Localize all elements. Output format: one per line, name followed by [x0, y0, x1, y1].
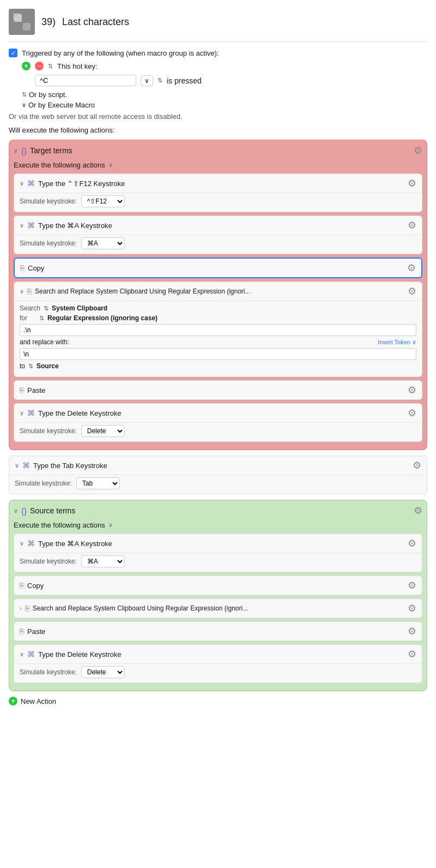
- source-delete-chevron[interactable]: ∨: [20, 651, 24, 658]
- tab-keystroke-left: ∨ ⌘ Type the Tab Keystroke: [15, 461, 107, 470]
- action-card-paste-1-left: ⎘ Paste: [20, 386, 45, 394]
- page: 39) Last characters ✓ Triggered by any o…: [0, 0, 436, 868]
- source-cmd-a-label: Type the ⌘A Keystroke: [38, 540, 112, 548]
- action-paste-1-gear[interactable]: ⚙: [408, 384, 416, 396]
- action-cmd-a-1-keystroke-select[interactable]: ⌘A: [81, 237, 125, 249]
- action-card-delete-1-left: ∨ ⌘ Type the Delete Keystroke: [20, 409, 121, 417]
- source-copy-icon: ⎘: [20, 581, 24, 590]
- action-f12-simulate-label: Simulate keystroke:: [20, 197, 77, 205]
- web-server-notice: Or via the web server but all remote acc…: [9, 112, 427, 121]
- source-delete-gear[interactable]: ⚙: [408, 648, 416, 660]
- action-cmd-a-1-label: Type the ⌘A Keystroke: [38, 222, 112, 230]
- source-group-gear[interactable]: ⚙: [414, 505, 422, 517]
- tab-cmd-icon: ⌘: [22, 461, 30, 470]
- sr-to-modifier: Source: [37, 362, 59, 370]
- action-cmd-a-1-icon: ⌘: [27, 221, 35, 230]
- action-card-f12: ∨ ⌘ Type the ⌃⇧F12 Keystroke ⚙ Simulate …: [14, 173, 422, 212]
- target-group-gear[interactable]: ⚙: [414, 145, 422, 157]
- action-f12-chevron[interactable]: ∨: [20, 180, 24, 187]
- tab-chevron[interactable]: ∨: [15, 462, 19, 469]
- sr-insert-token-btn[interactable]: Insert Token ∨: [378, 339, 416, 346]
- action-cmd-a-1-gear[interactable]: ⚙: [408, 219, 416, 231]
- action-delete-1-simulate-label: Simulate keystroke:: [20, 427, 77, 435]
- action-sr-1-chevron[interactable]: ∨: [20, 288, 24, 295]
- source-group-header: ∨ {} Source terms ⚙: [14, 505, 422, 517]
- action-copy-1-gear[interactable]: ⚙: [407, 262, 416, 274]
- sr-to-arrow: ⇅: [28, 363, 33, 370]
- svg-rect-3: [23, 23, 31, 31]
- action-cmd-a-1-chevron[interactable]: ∨: [20, 222, 24, 229]
- sr-replace-row: and replace with: Insert Token ∨: [20, 338, 416, 346]
- hotkey-dropdown[interactable]: ∨: [141, 75, 153, 86]
- source-action-cmd-a-header: ∨ ⌘ Type the ⌘A Keystroke ⚙: [14, 534, 422, 553]
- source-execute-chevron[interactable]: ∨: [108, 522, 113, 529]
- action-delete-1-gear[interactable]: ⚙: [408, 407, 416, 419]
- pressed-arrow-icon: ⇅: [158, 77, 162, 84]
- sr-search-field[interactable]: [20, 324, 416, 336]
- macro-title-name: Last characters: [62, 16, 129, 28]
- source-action-paste-left: ⎘ Paste: [20, 627, 45, 636]
- action-card-sr-1: ∨ ⎘ Search and Replace System Clipboard …: [14, 282, 422, 377]
- remove-trigger-btn[interactable]: −: [35, 62, 44, 70]
- action-delete-1-keystroke-select[interactable]: Delete: [81, 425, 125, 437]
- action-copy-1-label: Copy: [28, 264, 44, 272]
- tab-keystroke-card: ∨ ⌘ Type the Tab Keystroke ⚙ Simulate ke…: [9, 456, 427, 494]
- source-group: ∨ {} Source terms ⚙ Execute the followin…: [9, 500, 427, 691]
- source-delete-keystroke-select[interactable]: Delete: [81, 666, 125, 678]
- action-f12-keystroke-select[interactable]: ^⇧F12: [81, 195, 125, 207]
- action-card-paste-1: ⎘ Paste ⚙: [14, 380, 422, 400]
- is-pressed-label: is pressed: [167, 76, 202, 85]
- action-card-copy-1-header: ⎘ Copy ⚙: [15, 259, 421, 277]
- source-cmd-a-gear[interactable]: ⚙: [408, 537, 416, 549]
- source-group-chevron[interactable]: ∨: [14, 507, 18, 514]
- action-cmd-a-1-body: Simulate keystroke: ⌘A: [14, 235, 422, 254]
- action-delete-1-chevron[interactable]: ∨: [20, 410, 24, 417]
- script-links: ⇅ Or by script. ∨ Or by Execute Macro: [22, 91, 427, 109]
- sr-replace-label: and replace with:: [20, 338, 69, 346]
- trigger-checkbox[interactable]: ✓: [9, 49, 17, 57]
- source-sr-chevron[interactable]: ›: [20, 605, 22, 612]
- new-action-label: New Action: [21, 697, 56, 705]
- action-card-cmd-a-1: ∨ ⌘ Type the ⌘A Keystroke ⚙ Simulate key…: [14, 215, 422, 254]
- action-sr-1-gear[interactable]: ⚙: [408, 285, 416, 297]
- sr-replace-field[interactable]: [20, 348, 416, 360]
- new-action-row[interactable]: + New Action: [9, 697, 427, 705]
- source-group-icon: {}: [21, 506, 27, 516]
- source-paste-gear[interactable]: ⚙: [408, 625, 416, 637]
- source-delete-simulate-row: Simulate keystroke: Delete: [20, 666, 416, 678]
- hotkey-label: This hot key:: [57, 62, 98, 70]
- add-trigger-btn[interactable]: +: [22, 62, 31, 70]
- tab-label: Type the Tab Keystroke: [33, 462, 107, 470]
- source-execute-label: Execute the following actions: [14, 521, 105, 529]
- source-action-sr-left: › ⎘ Search and Replace System Clipboard …: [20, 604, 248, 613]
- target-execute-chevron[interactable]: ∨: [108, 161, 113, 169]
- macro-title: 39): [41, 16, 56, 28]
- sr-to-label: to: [20, 362, 25, 370]
- action-delete-1-body: Simulate keystroke: Delete: [14, 422, 422, 441]
- or-by-execute: ∨ Or by Execute Macro: [22, 101, 427, 109]
- tab-gear[interactable]: ⚙: [413, 459, 421, 471]
- action-sr-1-label: Search and Replace System Clipboard Usin…: [35, 288, 251, 295]
- source-action-cmd-a: ∨ ⌘ Type the ⌘A Keystroke ⚙ Simulate key…: [14, 534, 422, 572]
- source-action-delete-header: ∨ ⌘ Type the Delete Keystroke ⚙: [14, 645, 422, 663]
- source-copy-gear[interactable]: ⚙: [408, 579, 416, 591]
- source-cmd-a-chevron[interactable]: ∨: [20, 540, 24, 547]
- tab-keystroke-select[interactable]: Tab: [76, 477, 120, 489]
- target-execute-label: Execute the following actions: [14, 161, 105, 169]
- sort-icon: ⇅: [48, 63, 53, 70]
- action-paste-1-label: Paste: [27, 386, 45, 394]
- action-f12-gear[interactable]: ⚙: [408, 177, 416, 189]
- source-sr-gear[interactable]: ⚙: [408, 602, 416, 614]
- source-action-sr: › ⎘ Search and Replace System Clipboard …: [14, 598, 422, 618]
- hotkey-row: + − ⇅ This hot key:: [22, 62, 427, 70]
- hotkey-input[interactable]: [35, 75, 136, 86]
- target-group-header: ∨ {} Target terms ⚙: [14, 145, 422, 157]
- action-card-delete-1-header: ∨ ⌘ Type the Delete Keystroke ⚙: [14, 404, 422, 422]
- target-group-chevron[interactable]: ∨: [14, 147, 18, 154]
- source-action-copy: ⎘ Copy ⚙: [14, 576, 422, 595]
- script-arrow-icon: ⇅: [22, 91, 27, 98]
- action-card-sr-1-left: ∨ ⎘ Search and Replace System Clipboard …: [20, 287, 251, 296]
- source-cmd-a-keystroke-select[interactable]: ⌘A: [81, 555, 125, 567]
- target-execute-row: Execute the following actions ∨: [14, 161, 422, 169]
- target-group: ∨ {} Target terms ⚙ Execute the followin…: [9, 140, 427, 450]
